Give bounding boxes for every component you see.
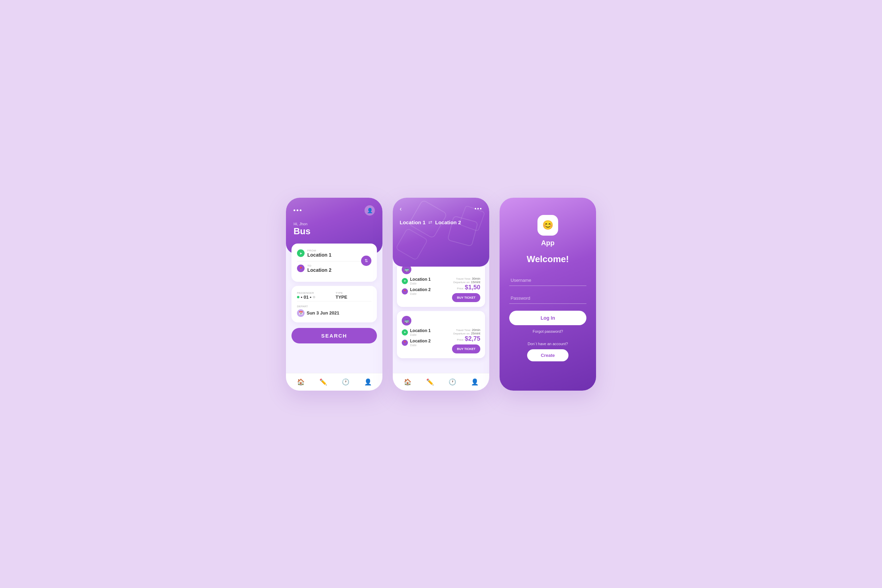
welcome-text: Welcome! xyxy=(527,254,569,264)
passenger-label: PASSENGER xyxy=(297,291,333,294)
screen3: 😊 App Welcome! Log In Forgot password? D… xyxy=(500,198,596,391)
screen2-top: ‹ ••• Location 1 ⇄ Location 2 xyxy=(393,198,489,267)
travel-time-val-1: 30min xyxy=(472,277,480,280)
diamond-deco1 xyxy=(395,228,428,261)
ticket-from-date-1: Date xyxy=(410,282,430,285)
top-bar: 👤 xyxy=(294,205,375,216)
bottom-nav-2: 🏠 ✏️ 🕐 👤 xyxy=(393,373,489,391)
app-emoji: 😊 xyxy=(542,220,554,231)
ticket-to-2: 📍 Location 2 Date xyxy=(402,339,452,347)
price-val-2: $2,75 xyxy=(465,335,480,342)
ticket-card-1: 🚌 ➤ Location 1 Date 📍 xyxy=(397,267,485,307)
ticket-to-icon-1: 📍 xyxy=(402,288,408,294)
swap-button[interactable]: ⇅ xyxy=(361,256,371,266)
departure-label-2: Departure on: 25mint xyxy=(452,332,480,335)
ticket-from-name-1: Location 1 xyxy=(410,277,430,282)
ticket-to-name-1: Location 2 xyxy=(410,287,430,292)
depart-section: DEPART 📅 Sun 3 Jun 2021 xyxy=(297,301,371,317)
info-row: PASSENGER • 01 • TYPE TYPE xyxy=(297,291,371,300)
nav2-clock[interactable]: 🕐 xyxy=(448,378,456,386)
ticket-locations-2: ➤ Location 1 Date 📍 Location 2 Date xyxy=(402,328,452,349)
depart-label: DEPART xyxy=(297,305,371,308)
login-button[interactable]: Log In xyxy=(509,311,586,325)
ticket-from-icon-1: ➤ xyxy=(402,278,408,284)
departure-val-2: 25mint xyxy=(471,332,480,335)
passenger-col: PASSENGER • 01 • xyxy=(297,291,333,300)
travel-time-label-1: Travel Time: 30min xyxy=(452,277,480,280)
dot2 xyxy=(297,209,298,211)
bus-badge-2: 🚌 xyxy=(402,316,411,326)
create-button[interactable]: Create xyxy=(527,349,568,362)
from-label: FROM xyxy=(308,249,332,252)
ticket-to-name-2: Location 2 xyxy=(410,339,430,344)
back-button[interactable]: ‹ xyxy=(400,205,402,213)
to-label: TO xyxy=(308,264,332,267)
ticket-card-2: 🚌 ➤ Location 1 Date 📍 xyxy=(397,311,485,358)
avatar-icon[interactable]: 👤 xyxy=(364,205,375,216)
location-card: ➤ FROM Location 1 📍 TO Location 2 xyxy=(291,243,377,282)
greeting: Hi, Jhon xyxy=(294,222,375,226)
screen2: ‹ ••• Location 1 ⇄ Location 2 🚌 ➤ L xyxy=(393,198,489,391)
bottom-nav-1: 🏠 ✏️ 🕐 👤 xyxy=(286,373,382,391)
ticket-row-2: ➤ Location 1 Date 📍 Location 2 Date xyxy=(402,328,480,353)
no-account-text: Don´t have an account? xyxy=(528,342,568,346)
screen2-content: 🚌 ➤ Location 1 Date 📍 xyxy=(393,267,489,373)
nav-edit[interactable]: ✏️ xyxy=(320,378,327,386)
nav2-edit[interactable]: ✏️ xyxy=(426,378,434,386)
divider xyxy=(297,261,371,261)
app-name: App xyxy=(541,239,555,247)
ticket-to-date-2: Date xyxy=(410,344,430,347)
ticket-locations-1: ➤ Location 1 Date 📍 Location 2 Date xyxy=(402,277,452,298)
ticket-to-info-2: Location 2 Date xyxy=(410,339,430,347)
buy-button-1[interactable]: BUY TICKET xyxy=(452,293,480,302)
ticket-to-icon-2: 📍 xyxy=(402,340,408,346)
depart-row: 📅 Sun 3 Jun 2021 xyxy=(297,309,371,317)
details-card: PASSENGER • 01 • TYPE TYPE DEPART xyxy=(291,286,377,322)
route-from: Location 1 xyxy=(400,219,426,225)
screen1: 👤 Hi, Jhon Bus ➤ FROM Location 1 xyxy=(286,198,382,391)
price-label-2: Price: $2,75 xyxy=(452,335,480,342)
nav2-home[interactable]: 🏠 xyxy=(404,378,411,386)
ticket-from-1: ➤ Location 1 Date xyxy=(402,277,452,285)
search-button[interactable]: SEARCH xyxy=(291,328,377,344)
nav-user[interactable]: 👤 xyxy=(364,378,372,386)
forgot-password[interactable]: Forgot password? xyxy=(532,329,563,333)
from-info: FROM Location 1 xyxy=(308,249,332,258)
screen2-top-bar: ‹ ••• xyxy=(400,205,482,213)
nav-clock[interactable]: 🕐 xyxy=(342,378,350,386)
ticket-from-info-2: Location 1 Date xyxy=(410,328,430,336)
from-location[interactable]: Location 1 xyxy=(308,252,332,258)
swap-container: ⇅ xyxy=(361,256,371,266)
to-icon: 📍 xyxy=(297,264,304,272)
nav2-user[interactable]: 👤 xyxy=(471,378,478,386)
ticket-to-1: 📍 Location 2 Date xyxy=(402,287,452,296)
username-field[interactable] xyxy=(509,275,586,286)
travel-time-val-2: 20min xyxy=(472,328,480,332)
menu-dots[interactable] xyxy=(294,209,302,211)
buy-button-2[interactable]: BUY TICKET xyxy=(452,345,480,353)
type-value[interactable]: TYPE xyxy=(336,294,371,300)
depart-value[interactable]: Sun 3 Jun 2021 xyxy=(307,310,339,315)
ticket-details-2: Travel Time: 20min Departure on: 25mint … xyxy=(452,328,480,353)
passenger-row: • 01 • xyxy=(297,294,333,300)
to-location[interactable]: Location 2 xyxy=(308,267,332,273)
route-to: Location 2 xyxy=(435,219,461,225)
type-col: TYPE TYPE xyxy=(336,291,371,300)
pax-dot-gray xyxy=(313,296,315,298)
password-field[interactable] xyxy=(509,293,586,304)
ticket-from-icon-2: ➤ xyxy=(402,329,408,336)
ticket-from-info-1: Location 1 Date xyxy=(410,277,430,285)
dot3 xyxy=(300,209,302,211)
dot1 xyxy=(294,209,295,211)
ticket-details-1: Travel Time: 30min Departure on: 15mint … xyxy=(452,277,480,302)
ticket-to-date-1: Date xyxy=(410,292,430,296)
price-val-1: $1,50 xyxy=(465,284,480,291)
screen3-content: 😊 App Welcome! Log In Forgot password? D… xyxy=(500,198,596,391)
ticket-from-2: ➤ Location 1 Date xyxy=(402,328,452,336)
nav-home[interactable]: 🏠 xyxy=(297,378,304,386)
passenger-value[interactable]: • 01 • xyxy=(301,294,312,300)
route-bar: Location 1 ⇄ Location 2 xyxy=(400,219,482,225)
more-button[interactable]: ••• xyxy=(474,206,482,212)
depart-icon: 📅 xyxy=(297,309,304,317)
location-inner: ➤ FROM Location 1 📍 TO Location 2 xyxy=(297,249,371,273)
